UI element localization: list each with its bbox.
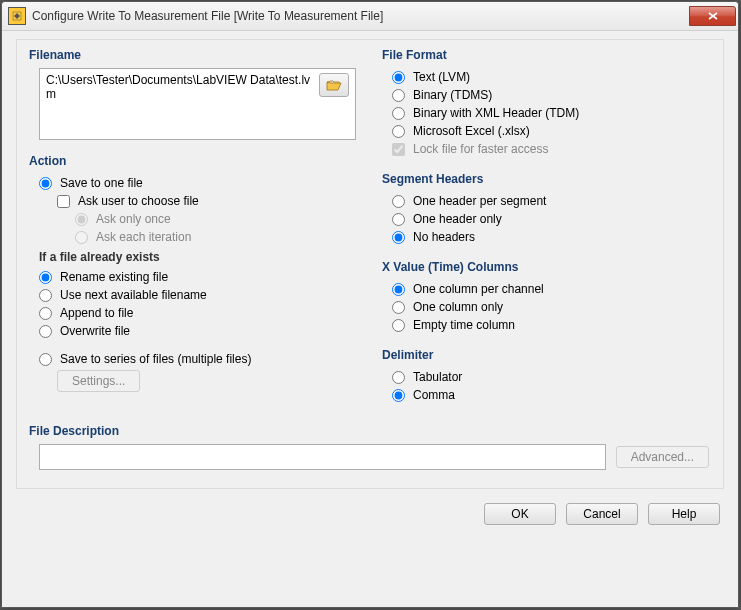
xval-title: X Value (Time) Columns [378, 258, 715, 278]
help-button[interactable]: Help [648, 503, 720, 525]
format-tdm-radio[interactable] [392, 107, 405, 120]
ask-once-radio [75, 213, 88, 226]
segment-group: Segment Headers One header per segment O… [378, 170, 715, 252]
seg-one-label: One header only [413, 212, 502, 226]
next-label: Use next available filename [60, 288, 207, 302]
format-lock-checkbox [392, 143, 405, 156]
format-text-row[interactable]: Text (LVM) [392, 68, 709, 86]
delim-comma-row[interactable]: Comma [392, 386, 709, 404]
ask-choose-row[interactable]: Ask user to choose file [39, 192, 356, 210]
settings-row: Settings... [39, 368, 356, 394]
seg-one-radio[interactable] [392, 213, 405, 226]
delim-comma-label: Comma [413, 388, 455, 402]
rename-radio[interactable] [39, 271, 52, 284]
delim-tab-row[interactable]: Tabulator [392, 368, 709, 386]
append-radio[interactable] [39, 307, 52, 320]
delim-tab-radio[interactable] [392, 371, 405, 384]
format-tdms-label: Binary (TDMS) [413, 88, 492, 102]
next-radio[interactable] [39, 289, 52, 302]
delim-title: Delimiter [378, 346, 715, 366]
append-row[interactable]: Append to file [39, 304, 356, 322]
format-text-radio[interactable] [392, 71, 405, 84]
seg-per-label: One header per segment [413, 194, 546, 208]
filename-input-box[interactable]: C:\Users\Tester\Documents\LabVIEW Data\t… [39, 68, 356, 140]
delim-group: Delimiter Tabulator Comma [378, 346, 715, 410]
seg-per-radio[interactable] [392, 195, 405, 208]
seg-per-row[interactable]: One header per segment [392, 192, 709, 210]
overwrite-row[interactable]: Overwrite file [39, 322, 356, 340]
dialog-body: Filename C:\Users\Tester\Documents\LabVI… [2, 31, 738, 607]
x-one-radio[interactable] [392, 301, 405, 314]
desc-group: File Description Advanced... [25, 422, 715, 476]
format-xlsx-row[interactable]: Microsoft Excel (.xlsx) [392, 122, 709, 140]
save-one-radio[interactable] [39, 177, 52, 190]
filename-path: C:\Users\Tester\Documents\LabVIEW Data\t… [46, 73, 313, 135]
format-tdms-row[interactable]: Binary (TDMS) [392, 86, 709, 104]
dialog-window: Configure Write To Measurement File [Wri… [1, 1, 739, 608]
ask-choose-checkbox[interactable] [57, 195, 70, 208]
ask-once-row: Ask only once [39, 210, 356, 228]
format-group: File Format Text (LVM) Binary (TDMS) [378, 46, 715, 164]
xval-group: X Value (Time) Columns One column per ch… [378, 258, 715, 340]
ask-each-label: Ask each iteration [96, 230, 191, 244]
append-label: Append to file [60, 306, 133, 320]
x-perch-label: One column per channel [413, 282, 544, 296]
format-xlsx-label: Microsoft Excel (.xlsx) [413, 124, 530, 138]
save-series-label: Save to series of files (multiple files) [60, 352, 251, 366]
rename-row[interactable]: Rename existing file [39, 268, 356, 286]
next-row[interactable]: Use next available filename [39, 286, 356, 304]
ask-each-radio [75, 231, 88, 244]
browse-button[interactable] [319, 73, 349, 97]
content-panel: Filename C:\Users\Tester\Documents\LabVI… [16, 39, 724, 489]
seg-none-row[interactable]: No headers [392, 228, 709, 246]
x-one-row[interactable]: One column only [392, 298, 709, 316]
segment-title: Segment Headers [378, 170, 715, 190]
save-one-label: Save to one file [60, 176, 143, 190]
window-title: Configure Write To Measurement File [Wri… [32, 9, 689, 23]
save-series-radio[interactable] [39, 353, 52, 366]
filename-group: Filename C:\Users\Tester\Documents\LabVI… [25, 46, 362, 146]
x-empty-row[interactable]: Empty time column [392, 316, 709, 334]
advanced-button: Advanced... [616, 446, 709, 468]
format-text-label: Text (LVM) [413, 70, 470, 84]
close-icon [708, 12, 718, 20]
overwrite-radio[interactable] [39, 325, 52, 338]
ask-choose-label: Ask user to choose file [78, 194, 199, 208]
app-icon [8, 7, 26, 25]
seg-none-label: No headers [413, 230, 475, 244]
x-empty-radio[interactable] [392, 319, 405, 332]
x-one-label: One column only [413, 300, 503, 314]
ask-once-label: Ask only once [96, 212, 171, 226]
overwrite-label: Overwrite file [60, 324, 130, 338]
cancel-button[interactable]: Cancel [566, 503, 638, 525]
seg-none-radio[interactable] [392, 231, 405, 244]
format-lock-row: Lock file for faster access [392, 140, 709, 158]
left-column: Filename C:\Users\Tester\Documents\LabVI… [25, 46, 362, 416]
format-xlsx-radio[interactable] [392, 125, 405, 138]
format-tdms-radio[interactable] [392, 89, 405, 102]
format-lock-label: Lock file for faster access [413, 142, 548, 156]
delim-tab-label: Tabulator [413, 370, 462, 384]
desc-title: File Description [25, 422, 715, 442]
format-tdm-label: Binary with XML Header (TDM) [413, 106, 579, 120]
x-empty-label: Empty time column [413, 318, 515, 332]
close-button[interactable] [689, 6, 736, 26]
format-title: File Format [378, 46, 715, 66]
x-perch-row[interactable]: One column per channel [392, 280, 709, 298]
desc-input[interactable] [39, 444, 606, 470]
settings-button: Settings... [57, 370, 140, 392]
titlebar[interactable]: Configure Write To Measurement File [Wri… [2, 2, 738, 31]
rename-label: Rename existing file [60, 270, 168, 284]
format-tdm-row[interactable]: Binary with XML Header (TDM) [392, 104, 709, 122]
ok-button[interactable]: OK [484, 503, 556, 525]
x-perch-radio[interactable] [392, 283, 405, 296]
save-one-row[interactable]: Save to one file [39, 174, 356, 192]
delim-comma-radio[interactable] [392, 389, 405, 402]
filename-title: Filename [25, 46, 362, 66]
save-series-row[interactable]: Save to series of files (multiple files) [39, 350, 356, 368]
action-group: Action Save to one file Ask user to choo… [25, 152, 362, 400]
exists-title: If a file already exists [39, 246, 356, 268]
seg-one-row[interactable]: One header only [392, 210, 709, 228]
folder-open-icon [326, 79, 342, 91]
dialog-buttons: OK Cancel Help [16, 489, 724, 525]
